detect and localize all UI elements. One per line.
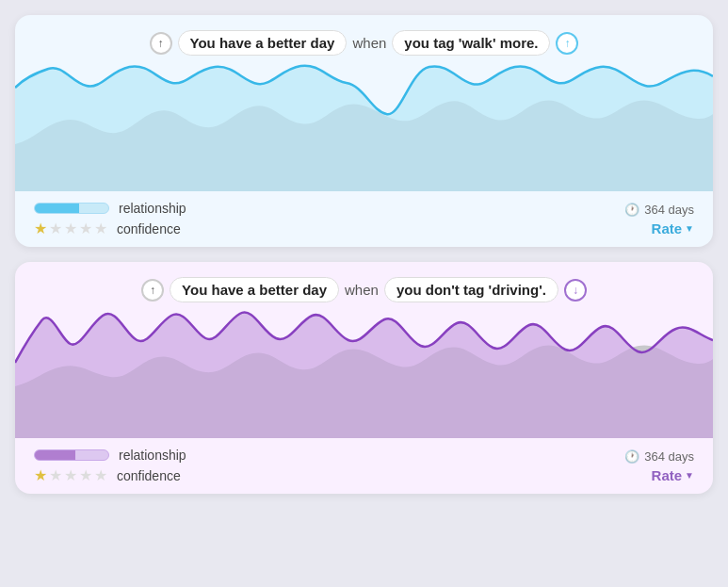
star-2-blue: ★ bbox=[49, 220, 62, 237]
star-1-purple: ★ bbox=[34, 466, 47, 484]
insight-card-blue: ↑ You have a better day when you tag 'wa… bbox=[15, 15, 713, 247]
footer-left-purple: relationship ★ ★ ★ ★ ★ confidence bbox=[34, 448, 186, 484]
star-3-blue: ★ bbox=[64, 220, 77, 237]
card-header-blue: ↑ You have a better day when you tag 'wa… bbox=[15, 15, 713, 59]
stars-blue: ★ ★ ★ ★ ★ bbox=[34, 220, 107, 237]
rate-label-blue: Rate bbox=[652, 220, 683, 236]
star-2-purple: ★ bbox=[49, 466, 62, 484]
main-label-blue: You have a better day bbox=[178, 30, 348, 56]
relationship-row-purple: relationship bbox=[34, 448, 186, 463]
chevron-down-blue: ▼ bbox=[685, 223, 694, 234]
card-header-purple: ↑ You have a better day when you don't t… bbox=[15, 262, 713, 306]
star-3-purple: ★ bbox=[64, 466, 77, 484]
confidence-label-purple: confidence bbox=[117, 468, 181, 483]
clock-icon-blue: 🕐 bbox=[624, 203, 639, 217]
rate-button-blue[interactable]: Rate ▼ bbox=[652, 220, 694, 236]
relationship-label-purple: relationship bbox=[119, 448, 186, 463]
star-4-purple: ★ bbox=[79, 466, 92, 484]
when-text-blue: when bbox=[352, 35, 386, 51]
main-label-purple: You have a better day bbox=[170, 277, 339, 302]
arrow-up-left-blue: ↑ bbox=[150, 32, 172, 55]
rate-button-purple[interactable]: Rate ▼ bbox=[652, 467, 694, 483]
tag-label-blue: you tag 'walk' more. bbox=[392, 30, 550, 56]
relationship-label-blue: relationship bbox=[119, 201, 186, 216]
relationship-bar-purple bbox=[34, 449, 109, 461]
stars-purple: ★ ★ ★ ★ ★ bbox=[34, 466, 107, 484]
arrow-down-right-purple: ↓ bbox=[564, 279, 587, 302]
confidence-row-blue: ★ ★ ★ ★ ★ confidence bbox=[34, 220, 186, 237]
days-text-blue: 364 days bbox=[644, 203, 694, 217]
chart-blue bbox=[15, 59, 713, 191]
star-1-blue: ★ bbox=[34, 220, 47, 237]
relationship-bar-blue bbox=[34, 203, 109, 214]
card-footer-purple: relationship ★ ★ ★ ★ ★ confidence 🕐 364 … bbox=[15, 438, 713, 494]
clock-icon-purple: 🕐 bbox=[624, 449, 639, 464]
days-label-purple: 🕐 364 days bbox=[624, 449, 694, 464]
insight-pill-blue: ↑ You have a better day when you tag 'wa… bbox=[150, 30, 579, 56]
relationship-row-blue: relationship bbox=[34, 201, 186, 216]
tag-label-purple: you don't tag 'driving'. bbox=[384, 277, 558, 302]
footer-right-blue: 🕐 364 days Rate ▼ bbox=[624, 203, 694, 236]
star-5-purple: ★ bbox=[94, 466, 107, 484]
footer-left-blue: relationship ★ ★ ★ ★ ★ confidence bbox=[34, 201, 186, 237]
card-footer-blue: relationship ★ ★ ★ ★ ★ confidence 🕐 364 … bbox=[15, 191, 713, 247]
star-4-blue: ★ bbox=[79, 220, 92, 237]
star-5-blue: ★ bbox=[94, 220, 107, 237]
days-text-purple: 364 days bbox=[644, 449, 694, 464]
arrow-up-left-purple: ↑ bbox=[141, 279, 164, 302]
confidence-row-purple: ★ ★ ★ ★ ★ confidence bbox=[34, 466, 186, 484]
confidence-label-blue: confidence bbox=[117, 221, 181, 236]
footer-right-purple: 🕐 364 days Rate ▼ bbox=[624, 449, 694, 483]
insight-card-purple: ↑ You have a better day when you don't t… bbox=[15, 262, 713, 494]
chevron-down-purple: ▼ bbox=[685, 470, 694, 481]
insight-pill-purple: ↑ You have a better day when you don't t… bbox=[141, 277, 587, 302]
when-text-purple: when bbox=[345, 282, 379, 298]
chart-purple bbox=[15, 306, 713, 438]
arrow-up-right-blue: ↑ bbox=[556, 32, 578, 55]
days-label-blue: 🕐 364 days bbox=[624, 203, 694, 217]
rate-label-purple: Rate bbox=[652, 467, 683, 483]
